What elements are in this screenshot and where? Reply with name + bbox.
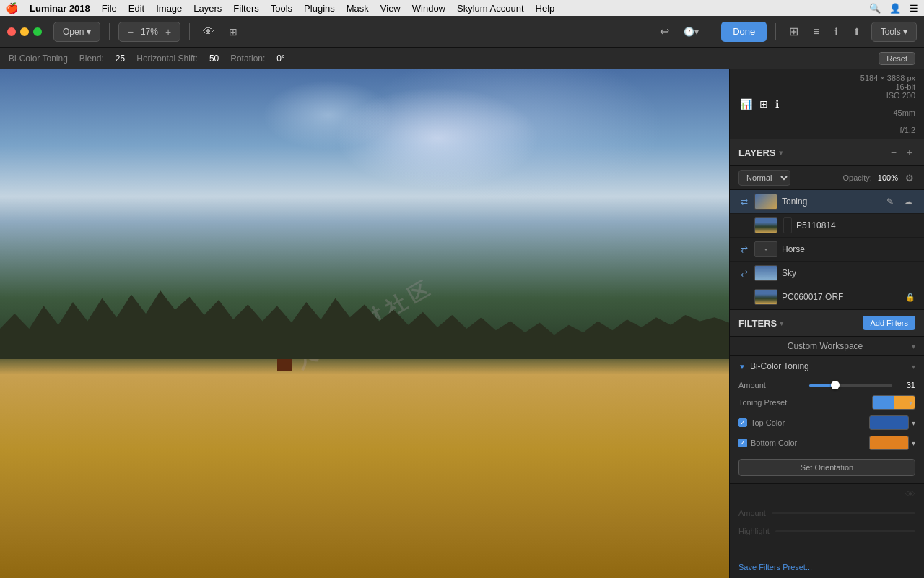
app-name: Luminar 2018 (30, 3, 90, 14)
set-orientation-button[interactable]: Set Orientation (738, 459, 915, 476)
layers-arrow: ▾ (779, 149, 783, 157)
add-filters-button[interactable]: Add Filters (863, 316, 915, 330)
history-button[interactable]: 🕐▾ (679, 22, 703, 42)
menu-help[interactable]: Help (536, 3, 555, 14)
toning-preset-swatch[interactable]: ▾ (872, 395, 915, 410)
blend-label: Blend: (79, 53, 104, 64)
layer-horse[interactable]: ⇄ ● Horse (730, 238, 924, 262)
filter-layer-icon-horse: ⇄ (738, 243, 750, 255)
image-size: 5184 × 3888 px (860, 74, 915, 82)
zoom-minus-button[interactable]: − (125, 22, 136, 42)
layer-mask-button-toning[interactable]: ☁ (901, 195, 915, 208)
layer-name-pc060017: PC060017.ORF (782, 292, 901, 302)
top-color-checkbox[interactable]: ✓ (738, 418, 747, 427)
filters-section-header: FILTERS ▾ Add Filters (730, 309, 924, 337)
done-button[interactable]: Done (721, 22, 767, 42)
filter-layer-icon-sky: ⇄ (738, 267, 750, 279)
menu-view[interactable]: View (380, 3, 401, 14)
workspace-name: Custom Workspace (738, 341, 912, 351)
close-button[interactable] (7, 27, 16, 36)
hidden-eye-button[interactable]: 👁 (905, 488, 915, 500)
filters-title: FILTERS ▾ (738, 318, 863, 329)
opacity-label: Opacity: (843, 173, 872, 182)
layer-thumb-horse: ● (754, 241, 777, 257)
amount-value: 31 (898, 381, 915, 389)
layer-name-p5110814: P5110814 (796, 220, 915, 230)
save-filters-preset-button[interactable]: Save Filters Preset... (738, 563, 812, 571)
info-panel-button[interactable]: ℹ (774, 97, 780, 111)
sliders-button[interactable]: ≡ (808, 22, 824, 42)
undo-button[interactable]: ↩ (655, 22, 674, 42)
canvas-area[interactable]: 人人素材社区 (0, 69, 729, 578)
layer-thumb-p5110814 (754, 217, 777, 233)
info-button[interactable]: ℹ (830, 22, 842, 42)
layer-name-horse: Horse (782, 244, 915, 254)
menu-image[interactable]: Image (156, 3, 182, 14)
menu-skylum[interactable]: Skylum Account (457, 3, 524, 14)
menu-plugins[interactable]: Plugins (304, 3, 335, 14)
workspace-bar[interactable]: Custom Workspace ▾ (730, 337, 924, 356)
menu-tools[interactable]: Tools (271, 3, 292, 14)
apple-logo: 🍎 (6, 2, 18, 14)
layer-sky[interactable]: ⇄ Sky (730, 262, 924, 285)
faded-slider-2 (775, 530, 915, 532)
layer-edit-button-toning[interactable]: ✎ (884, 195, 897, 208)
menu-window[interactable]: Window (412, 3, 445, 14)
blend-row: Normal Multiply Screen Opacity: 100% ⚙ (730, 166, 924, 190)
layers-add-button[interactable]: + (904, 145, 915, 160)
top-color-swatch[interactable] (869, 415, 909, 430)
tools-button[interactable]: Tools ▾ (871, 22, 917, 42)
zoom-plus-button[interactable]: + (162, 22, 174, 42)
list-icon: ☰ (910, 3, 918, 14)
blend-mode-select[interactable]: Normal Multiply Screen (738, 170, 790, 186)
amount-slider[interactable] (809, 384, 892, 387)
blend-value: 25 (116, 53, 125, 64)
layers-title: LAYERS ▾ (738, 147, 888, 158)
filter-expand-icon: ▼ (738, 363, 746, 371)
filters-arrow: ▾ (780, 319, 783, 327)
layers-actions: − + (888, 145, 915, 160)
grid-view-button[interactable]: ⊞ (785, 22, 803, 42)
menu-edit[interactable]: Edit (128, 3, 144, 14)
separator3 (712, 23, 712, 40)
export-button[interactable]: ⬆ (848, 22, 866, 42)
h-shift-value: 50 (209, 53, 219, 64)
maximize-button[interactable] (33, 27, 42, 36)
filter-chevron-icon: ▾ (912, 363, 915, 371)
bottom-color-checkbox[interactable]: ✓ (738, 439, 747, 447)
faded-row-2: Highlight (730, 522, 924, 540)
layer-p5110814[interactable]: P5110814 (730, 214, 924, 238)
open-button[interactable]: Open ▾ (53, 22, 100, 42)
panel-info-icons: 📊 ⊞ ℹ (738, 97, 780, 111)
filter-bicolor-header[interactable]: ▼ Bi-Color Toning ▾ (730, 356, 924, 376)
histogram-button[interactable]: 📊 (738, 97, 754, 111)
layer-toning[interactable]: ⇄ Toning ✎ ☁ (730, 190, 924, 214)
h-shift-label: Horizontal Shift: (136, 53, 198, 64)
main-layout: 人人素材社区 📊 ⊞ ℹ 5184 × 3888 px 16-bit ISO 2… (0, 69, 924, 578)
bottom-color-swatch[interactable] (869, 436, 909, 450)
layer-pc060017[interactable]: PC060017.ORF 🔒 (730, 285, 924, 309)
amount-row: Amount 31 (738, 381, 915, 389)
zoom-control: − 17% + (118, 22, 180, 42)
rotation-label: Rotation: (230, 53, 265, 64)
transform-button[interactable]: ⊞ (225, 22, 242, 42)
layer-settings-button[interactable]: ⚙ (904, 171, 915, 185)
zoom-value: 17% (141, 27, 158, 37)
menu-layers[interactable]: Layers (193, 3, 222, 14)
amount-slider-thumb[interactable] (831, 381, 840, 389)
menu-file[interactable]: File (102, 3, 117, 14)
menu-mask[interactable]: Mask (346, 3, 369, 14)
menu-bar-right: 🔍 👤 ☰ (869, 3, 918, 14)
opacity-value: 100% (878, 173, 898, 182)
canvas-image: 人人素材社区 (0, 69, 729, 578)
eye-preview-button[interactable]: 👁 (199, 22, 219, 42)
reset-button[interactable]: Reset (879, 52, 915, 65)
minimize-button[interactable] (20, 27, 29, 36)
traffic-lights (7, 27, 42, 36)
layers-panel-button[interactable]: ⊞ (758, 97, 770, 111)
toning-preset-row: Toning Preset ▾ (738, 395, 915, 410)
layers-collapse-button[interactable]: − (888, 145, 899, 160)
menu-filters[interactable]: Filters (233, 3, 258, 14)
search-icon[interactable]: 🔍 (869, 3, 881, 14)
menu-bar: 🍎 Luminar 2018 File Edit Image Layers Fi… (0, 0, 924, 16)
